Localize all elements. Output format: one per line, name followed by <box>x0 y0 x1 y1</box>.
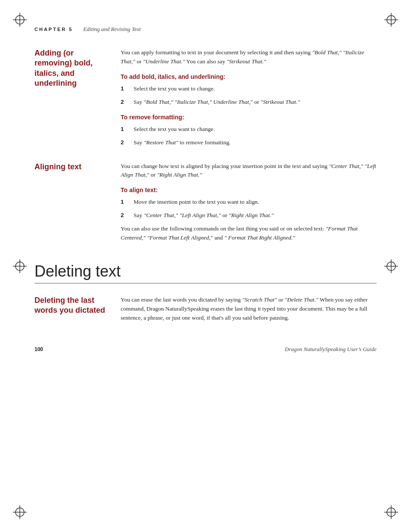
section-bold-italics: Adding (or removing) bold, italics, and … <box>34 48 377 152</box>
corner-mark-ml <box>12 258 28 274</box>
aligning-extra-text: You can also use the following commands … <box>121 224 377 243</box>
align-step-2: 2 Say "Center That," "Left Align That," … <box>121 211 377 220</box>
page-number: 100 <box>34 346 43 352</box>
chapter-subtitle: Editing and Revising Text <box>83 26 140 33</box>
align-step-2-text: Say "Center That," "Left Align That," or… <box>134 211 377 220</box>
section-heading-deleting-last: Deleting the last words you dictated <box>34 296 112 316</box>
bold-step-1-text: Select the text you want to change. <box>134 84 377 93</box>
major-section-deleting: Deleting text Deleting the last words yo… <box>34 262 377 329</box>
deleting-last-body: You can erase the last words you dictate… <box>121 296 377 323</box>
chapter-label: CHAPTER 5 <box>34 27 73 32</box>
major-section-heading: Deleting text <box>34 262 377 283</box>
corner-mark-br <box>383 504 399 520</box>
bold-step-2-text: Say "Bold That," "Italicize That," Under… <box>134 98 377 107</box>
corner-mark-mr <box>383 258 399 274</box>
align-step-1: 1 Move the insertion point to the text y… <box>121 198 377 207</box>
subsection-heading-remove: To remove formatting: <box>121 114 377 121</box>
subsection-heading-add-bold: To add bold, italics, and underlining: <box>121 73 377 80</box>
align-step-1-text: Move the insertion point to the text you… <box>134 198 377 207</box>
bold-step-2: 2 Say "Bold That," "Italicize That," Und… <box>121 98 377 107</box>
bold-step-1: 1 Select the text you want to change. <box>121 84 377 93</box>
page-header: CHAPTER 5 Editing and Revising Text <box>34 26 377 33</box>
footer-title: Dragon NaturallySpeaking User’s Guide <box>285 346 377 353</box>
bold-intro-text: You can apply formatting to text in your… <box>121 48 377 66</box>
section-heading-bold: Adding (or removing) bold, italics, and … <box>34 48 112 89</box>
section-heading-aligning: Aligning text <box>34 162 112 172</box>
section-deleting-last: Deleting the last words you dictated You… <box>34 296 377 329</box>
section-aligning: Aligning text You can change how text is… <box>34 162 377 249</box>
remove-step-1: 1 Select the text you want to change. <box>121 125 377 134</box>
aligning-intro-text: You can change how text is aligned by pl… <box>121 162 377 180</box>
corner-mark-tl <box>12 12 28 28</box>
page-footer: 100 Dragon NaturallySpeaking User’s Guid… <box>34 346 377 353</box>
remove-step-2: 2 Say "Restore That" to remove formattin… <box>121 138 377 147</box>
corner-mark-tr <box>383 12 399 28</box>
subsection-heading-align: To align text: <box>121 187 377 193</box>
remove-step-1-text: Select the text you want to change. <box>134 125 377 134</box>
page: CHAPTER 5 Editing and Revising Text Addi… <box>0 0 411 532</box>
remove-step-2-text: Say "Restore That" to remove formatting. <box>134 138 377 147</box>
corner-mark-bl <box>12 504 28 520</box>
